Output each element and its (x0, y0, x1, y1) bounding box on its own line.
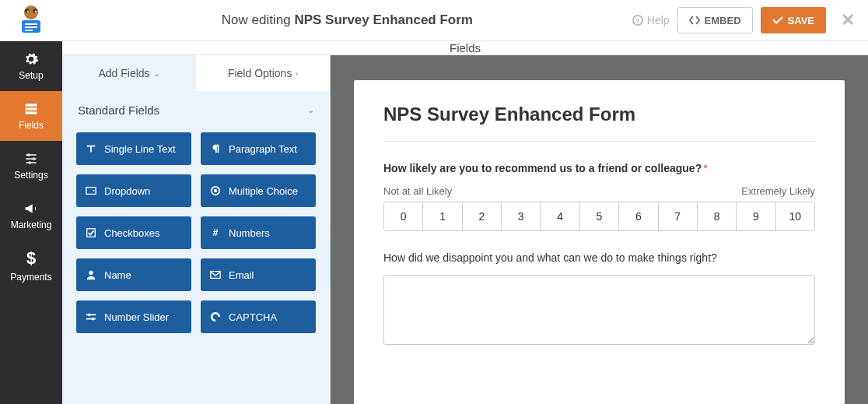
svg-rect-7 (25, 26, 37, 28)
field-type-paragraph-text[interactable]: Paragraph Text (201, 132, 316, 165)
form-title: NPS Survey Enhanced Form (383, 104, 815, 125)
code-icon (689, 15, 700, 26)
field-type-multiple-choice[interactable]: Multiple Choice (201, 174, 316, 207)
field-panel: Add Fields⌄ Field Options› Standard Fiel… (62, 55, 331, 404)
field-type-number-slider[interactable]: Number Slider (76, 300, 191, 333)
field-type-numbers[interactable]: #Numbers (201, 216, 316, 249)
nps-scale-8[interactable]: 8 (698, 202, 737, 230)
field-type-label: Numbers (229, 227, 270, 239)
page-title: Now editing NPS Survey Enhanced Form (62, 12, 632, 28)
captcha-icon (210, 311, 221, 322)
nav-marketing[interactable]: Marketing (0, 191, 62, 241)
slider-icon (86, 311, 96, 322)
nps-scale-3[interactable]: 3 (502, 202, 541, 230)
field-grid: Single Line TextParagraph TextDropdownMu… (62, 125, 330, 349)
mail-icon (210, 269, 221, 280)
nav-setup[interactable]: Setup (0, 41, 62, 91)
gear-icon (23, 51, 39, 67)
nps-scale-7[interactable]: 7 (659, 202, 698, 230)
field-type-label: Dropdown (104, 185, 150, 197)
svg-point-25 (92, 318, 95, 321)
nps-scale-6[interactable]: 6 (619, 202, 658, 230)
svg-point-19 (214, 189, 217, 192)
svg-point-22 (89, 271, 93, 275)
text-icon (86, 143, 96, 154)
scale-high-label: Extremely Likely (741, 185, 815, 197)
svg-point-14 (27, 153, 30, 156)
nps-scale-4[interactable]: 4 (541, 202, 579, 230)
scale-labels: Not at all Likely Extremely Likely (383, 185, 815, 197)
dropdown-icon (86, 185, 96, 196)
check-icon (86, 227, 96, 238)
scale-low-label: Not at all Likely (383, 185, 452, 197)
field-type-email[interactable]: Email (201, 258, 316, 291)
chevron-down-icon: ⌄ (153, 69, 160, 79)
svg-rect-13 (26, 111, 37, 114)
left-nav: Setup Fields Settings Marketing $ Paymen… (0, 41, 62, 404)
field-type-captcha[interactable]: CAPTCHA (201, 300, 316, 333)
svg-rect-11 (26, 104, 37, 106)
form-canvas: NPS Survey Enhanced Form How likely are … (331, 55, 868, 404)
field-type-label: Checkboxes (104, 227, 160, 239)
divider (383, 141, 815, 142)
nps-scale-0[interactable]: 0 (384, 202, 423, 230)
svg-rect-12 (26, 107, 37, 110)
field-type-checkboxes[interactable]: Checkboxes (76, 216, 191, 249)
nav-label: Setup (19, 70, 43, 81)
question-1-label: How likely are you to recommend us to a … (383, 162, 815, 174)
close-button[interactable]: ✕ (834, 10, 862, 30)
svg-text:?: ? (635, 17, 639, 25)
svg-rect-6 (25, 23, 37, 25)
svg-text:#: # (213, 227, 219, 238)
sub-tabs: Add Fields⌄ Field Options› (62, 55, 330, 91)
svg-point-4 (35, 11, 37, 12)
top-actions: ? Help EMBED SAVE ✕ (632, 7, 868, 33)
nav-settings[interactable]: Settings (0, 141, 62, 191)
check-icon (772, 15, 783, 26)
user-icon (86, 269, 96, 280)
nps-scale-2[interactable]: 2 (463, 202, 502, 230)
panel-header: Fields (62, 41, 868, 55)
tab-field-options[interactable]: Field Options› (196, 55, 330, 91)
nps-scale-1[interactable]: 1 (423, 202, 462, 230)
svg-point-2 (33, 9, 37, 13)
section-standard-fields[interactable]: Standard Fields⌄ (62, 91, 330, 125)
nav-label: Fields (19, 120, 44, 131)
form-preview[interactable]: NPS Survey Enhanced Form How likely are … (354, 80, 845, 404)
field-type-dropdown[interactable]: Dropdown (76, 174, 191, 207)
field-type-label: Email (229, 269, 254, 281)
field-type-name[interactable]: Name (76, 258, 191, 291)
field-type-label: Number Slider (104, 311, 169, 323)
topbar: Now editing NPS Survey Enhanced Form ? H… (0, 0, 868, 41)
feedback-textarea[interactable] (383, 275, 815, 345)
para-icon (210, 143, 221, 154)
field-type-label: CAPTCHA (229, 311, 277, 323)
svg-point-1 (25, 9, 30, 13)
nav-payments[interactable]: $ Payments (0, 241, 62, 290)
field-type-label: Paragraph Text (229, 143, 297, 155)
radio-icon (210, 185, 221, 196)
nav-fields[interactable]: Fields (0, 91, 62, 141)
svg-point-15 (33, 157, 35, 160)
help-icon: ? (632, 15, 643, 26)
embed-button[interactable]: EMBED (677, 7, 753, 33)
help-link[interactable]: ? Help (632, 14, 670, 26)
svg-point-24 (88, 314, 91, 317)
nps-scale-10[interactable]: 10 (776, 202, 814, 230)
main: Setup Fields Settings Marketing $ Paymen… (0, 41, 868, 404)
svg-point-3 (27, 11, 29, 12)
nps-scale-9[interactable]: 9 (737, 202, 775, 230)
wpforms-logo (0, 0, 62, 41)
save-button[interactable]: SAVE (761, 7, 826, 33)
nps-scale: 012345678910 (383, 202, 815, 231)
chevron-down-icon: ⌄ (307, 105, 314, 115)
nps-scale-5[interactable]: 5 (580, 202, 619, 230)
chevron-right-icon: › (295, 69, 298, 78)
field-type-label: Single Line Text (104, 143, 176, 155)
sliders-icon (23, 151, 39, 167)
bullhorn-icon (23, 201, 39, 216)
field-type-label: Multiple Choice (229, 185, 298, 197)
field-type-single-line-text[interactable]: Single Line Text (76, 132, 191, 165)
nav-label: Settings (14, 170, 47, 181)
tab-add-fields[interactable]: Add Fields⌄ (62, 55, 196, 91)
